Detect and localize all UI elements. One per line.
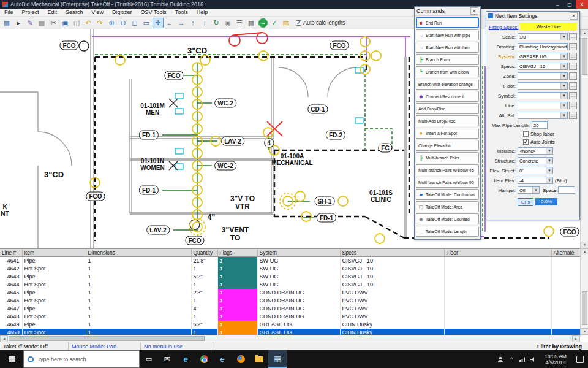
table-row-4647[interactable]: 4647Pipe14'JCOND DRAIN UGPVC DWV	[0, 305, 580, 313]
table-row-4648[interactable]: 4648Hot Spot11JCOND DRAIN UGPVC DWV	[0, 313, 580, 321]
scale-select[interactable]: 1/8▼	[518, 33, 568, 40]
line-browse-button[interactable]: …	[569, 102, 577, 109]
taskbar-clock[interactable]: 10:05 AM 4/9/2018	[539, 353, 572, 366]
commands-palette-titlebar[interactable]: Commands ✕	[415, 7, 480, 16]
branch-with-elevation-change-button[interactable]: Branch with elevation change	[416, 79, 479, 90]
col-header-item[interactable]: Item	[22, 249, 86, 256]
scroll-up-icon[interactable]: ▲	[581, 29, 588, 36]
takeoff-mode-length-button[interactable]: ―TakeOff Mode: Length	[416, 226, 479, 237]
col-header-specs[interactable]: Specs	[340, 249, 444, 256]
cfs-button[interactable]: CFs	[518, 198, 533, 206]
cut-icon[interactable]: ✂	[48, 18, 59, 28]
next-item-settings-titlebar[interactable]: Next Item Settings ✕	[486, 12, 579, 21]
firefox-icon[interactable]	[232, 350, 250, 368]
redo-icon[interactable]: ↷	[94, 18, 105, 28]
zoom-in-icon[interactable]: ⊕	[106, 18, 117, 28]
table-horizontal-scrollbar[interactable]: ◀ ▶	[0, 335, 580, 342]
menu-edit[interactable]: Edit	[43, 9, 62, 15]
space-input[interactable]	[558, 186, 575, 194]
zoom-extents-icon[interactable]: ▭	[141, 18, 152, 28]
minimize-button[interactable]: –	[551, 0, 564, 9]
chrome-icon[interactable]	[195, 350, 213, 368]
table-row-4644[interactable]: 4644Hot Spot11JSW-UGCISVGJ - 10	[0, 281, 580, 289]
shop-labor-checkbox[interactable]: Shop labor	[523, 130, 577, 138]
dropdown-arrow-icon[interactable]: ▼	[560, 112, 567, 118]
start-new-run-with-pipe-button[interactable]: →Start New Run with pipe	[416, 29, 479, 40]
dropdown-arrow-icon[interactable]: ▼	[560, 93, 567, 99]
drawing-browse-button[interactable]: …	[569, 43, 577, 50]
commands-close-icon[interactable]: ✕	[470, 7, 478, 15]
col-header-quantity[interactable]: Quantity	[191, 249, 217, 256]
alt-bid-browse-button[interactable]: …	[569, 112, 577, 119]
table-scroll-up-icon[interactable]: ▲	[581, 248, 588, 255]
auto-joints-checkbox[interactable]: ✓Auto Joints	[523, 138, 577, 146]
menu-help[interactable]: Help	[192, 9, 213, 15]
dropdown-arrow-icon[interactable]: ▼	[560, 73, 567, 79]
hatch-icon[interactable]: ▩	[36, 18, 47, 28]
network-icon[interactable]	[517, 350, 528, 368]
menu-project[interactable]: Project	[18, 9, 43, 15]
dropdown-arrow-icon[interactable]: ▼	[560, 102, 567, 109]
col-header-system[interactable]: System	[257, 249, 340, 256]
col-header-line[interactable]: Line #	[0, 249, 22, 256]
scroll-left-icon[interactable]: ◀	[0, 335, 8, 342]
menu-view[interactable]: View	[88, 9, 108, 15]
volume-icon[interactable]	[528, 350, 539, 368]
max-pipe-length-input[interactable]: 20	[532, 121, 548, 129]
end-run-button[interactable]: ■End Run	[416, 17, 479, 28]
symbol-select[interactable]: ▼	[518, 92, 568, 99]
check-toggle-icon[interactable]: ✓	[269, 18, 280, 28]
table-row-4649[interactable]: 4649Pipe16'2"JGREASE UGCIHN Husky	[0, 321, 580, 329]
close-button[interactable]: ✕	[576, 0, 588, 9]
table-scroll-down-icon[interactable]: ▼	[581, 328, 588, 335]
new-drawing-icon[interactable]: ▦	[1, 18, 12, 28]
dropdown-arrow-icon[interactable]: ▼	[546, 167, 552, 174]
zone-browse-button[interactable]: …	[569, 72, 577, 80]
go-icon[interactable]: →	[258, 18, 268, 28]
table-row-4643[interactable]: 4643Pipe15'2"JSW-UGCISVGJ - 10	[0, 273, 580, 281]
dropdown-arrow-icon[interactable]: ▼	[560, 63, 567, 69]
refresh-icon[interactable]: ↻	[211, 18, 222, 28]
floor-select[interactable]: ▼	[518, 82, 568, 90]
zoom-out-icon[interactable]: ⊖	[118, 18, 129, 28]
dropdown-arrow-icon[interactable]: ▼	[560, 34, 567, 40]
scroll-right-icon[interactable]: ▶	[572, 335, 580, 342]
takeoff-mode-continuous-button[interactable]: ▰TakeOff Mode: Continuous	[416, 189, 479, 200]
add-drop-rise-button[interactable]: Add Drop/Rise	[416, 103, 479, 114]
menu-osv-tools[interactable]: OSV Tools	[136, 9, 170, 15]
item-elev-select[interactable]: -4'▼	[518, 177, 553, 184]
start-new-run-with-item-button[interactable]: →Start New Run with item	[416, 42, 479, 53]
specs-select[interactable]: CISVGJ - 10▼	[518, 63, 568, 70]
task-view-icon[interactable]: ▭	[140, 350, 158, 368]
multi-add-drop-rise-button[interactable]: Multi-Add Drop/Rise	[416, 115, 479, 126]
previous-view-icon[interactable]: ←	[164, 18, 175, 28]
dropdown-arrow-icon[interactable]: ▼	[532, 187, 539, 193]
grid-icon[interactable]: ▦	[246, 18, 257, 28]
multi-branch-pairs-button[interactable]: ╠Multi-branch Pairs	[416, 152, 479, 163]
col-header-floor[interactable]: Floor	[444, 249, 551, 256]
maximize-button[interactable]: ▢	[564, 0, 576, 9]
branch-from-with-elbow-button[interactable]: ┗Branch from with elbow	[416, 66, 479, 77]
menu-file[interactable]: File	[0, 9, 18, 15]
view-down-icon[interactable]: ↓	[199, 18, 210, 28]
scale-browse-button[interactable]: …	[569, 33, 577, 40]
table-row-4641[interactable]: 4641Pipe121'8"JSW-UGCISVGJ - 10	[0, 256, 580, 265]
drawing-select[interactable]: Plumbing Underground	[518, 43, 568, 50]
target-icon[interactable]: ◉	[222, 18, 233, 28]
canvas-vertical-scrollbar[interactable]: ▲ ▼	[580, 29, 588, 248]
user-tray-icon[interactable]	[495, 350, 506, 368]
table-row-4646[interactable]: 4646Hot Spot11JCOND DRAIN UGPVC DWV	[0, 297, 580, 305]
floor-browse-button[interactable]: …	[569, 82, 577, 90]
insulate-select[interactable]: <None>▼	[518, 147, 553, 155]
mail-icon[interactable]: ✉	[158, 350, 176, 368]
system-browse-button[interactable]: …	[569, 53, 577, 60]
taskbar-search-input[interactable]: Type here to search	[23, 350, 140, 368]
symbol-browse-button[interactable]: …	[569, 92, 577, 99]
alt-bid-select[interactable]: ▼	[518, 112, 568, 119]
edge-icon[interactable]: e	[176, 350, 195, 368]
dropdown-arrow-icon[interactable]: ▼	[546, 148, 552, 154]
change-elevation-button[interactable]: Change Elevation	[416, 140, 479, 151]
show-hidden-icons-icon[interactable]: ^	[506, 350, 517, 368]
insert-a-hot-spot-button[interactable]: ●Insert a Hot Spot	[416, 128, 479, 139]
dropdown-arrow-icon[interactable]: ▼	[560, 53, 567, 59]
